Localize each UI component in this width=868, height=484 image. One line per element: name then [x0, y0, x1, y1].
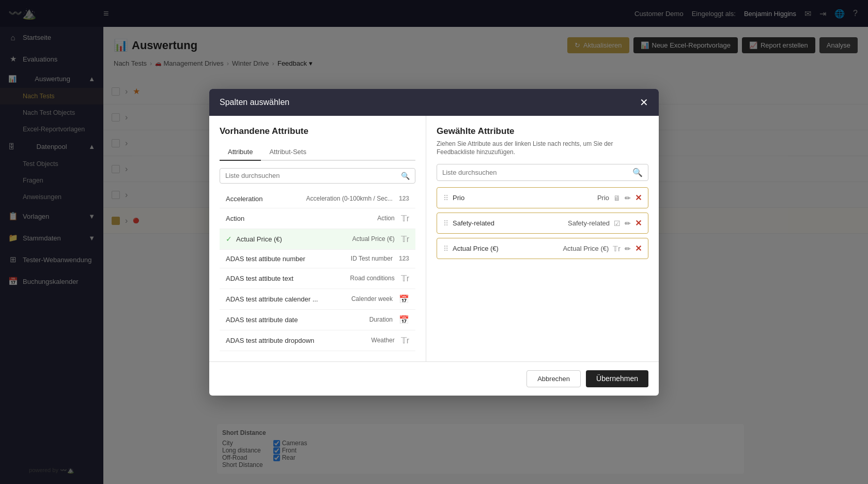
remove-button-safety[interactable]: ✕ — [635, 218, 642, 228]
attribute-list: Acceleration Acceleration (0-100kmh / Se… — [220, 190, 415, 351]
drag-handle-icon[interactable]: ⠿ — [443, 219, 448, 228]
modal-close-button[interactable]: ✕ — [640, 97, 648, 108]
left-search: 🔍 — [220, 168, 415, 184]
right-panel-hint: Ziehen Sie Attribute aus der linken List… — [437, 140, 648, 157]
tab-attribute-sets[interactable]: Attribut-Sets — [261, 144, 315, 161]
modal-spalten-auswahlen: Spalten auswählen ✕ Vorhandene Attribute… — [209, 89, 659, 396]
search-icon-left: 🔍 — [401, 172, 410, 180]
selected-item-safety: ⠿ Safety-related Safety-related ☑ ✏ ✕ — [437, 213, 648, 234]
search-icon-right: 🔍 — [632, 168, 643, 177]
list-item[interactable]: Acceleration Acceleration (0-100kmh / Se… — [220, 190, 415, 208]
drag-handle-icon[interactable]: ⠿ — [443, 245, 448, 253]
modal-header: Spalten auswählen ✕ — [209, 89, 659, 116]
list-item[interactable]: ADAS test attribute dropdown Weather 𝕋r — [220, 330, 415, 351]
list-item[interactable]: Action Action 𝕋r — [220, 208, 415, 229]
panel-tabs: Attribute Attribut-Sets — [220, 144, 415, 161]
left-search-input[interactable] — [225, 172, 398, 179]
selected-item-price: ⠿ Actual Price (€) Actual Price (€) 𝕋r ✏… — [437, 238, 648, 259]
list-item[interactable]: ADAS test attibute number ID Test number… — [220, 250, 415, 268]
list-item[interactable]: ADAS test attribute calender ... Calende… — [220, 289, 415, 310]
right-panel-modal: Gewählte Attribute Ziehen Sie Attribute … — [426, 116, 659, 361]
list-item[interactable]: ADAS test attibute text Road conditions … — [220, 268, 415, 289]
right-search: 🔍 — [437, 164, 648, 181]
checkbox-icon: ☑ — [614, 219, 621, 228]
modal-body: Vorhandene Attribute Attribute Attribut-… — [209, 116, 659, 361]
cancel-button[interactable]: Abbrechen — [526, 370, 581, 387]
left-panel: Vorhandene Attribute Attribute Attribut-… — [209, 116, 426, 361]
modal-footer: Abbrechen Übernehmen — [209, 361, 659, 396]
check-icon: ✓ — [226, 235, 232, 243]
modal-title: Spalten auswählen — [220, 98, 289, 107]
left-panel-title: Vorhandene Attribute — [220, 126, 415, 137]
right-panel-title: Gewählte Attribute — [437, 126, 648, 137]
remove-button-prio[interactable]: ✕ — [635, 193, 642, 203]
edit-icon-prio[interactable]: ✏ — [625, 194, 631, 202]
modal-overlay: Spalten auswählen ✕ Vorhandene Attribute… — [0, 0, 868, 484]
selected-attribute-list: ⠿ Prio Prio 🖥 ✏ ✕ ⠿ — [437, 187, 648, 351]
right-search-input[interactable] — [442, 169, 629, 176]
drag-handle-icon[interactable]: ⠿ — [443, 194, 448, 202]
edit-icon-price[interactable]: ✏ — [625, 245, 631, 253]
list-item[interactable]: ADAS test attribute date Duration 📅 — [220, 310, 415, 330]
text-icon: 𝕋r — [613, 245, 621, 253]
monitor-icon: 🖥 — [613, 194, 621, 202]
list-item[interactable]: ✓ Actual Price (€) Actual Price (€) 𝕋r — [220, 229, 415, 250]
remove-button-price[interactable]: ✕ — [635, 244, 642, 253]
selected-item-prio: ⠿ Prio Prio 🖥 ✏ ✕ — [437, 187, 648, 208]
confirm-button[interactable]: Übernehmen — [586, 370, 648, 387]
edit-icon-safety[interactable]: ✏ — [625, 219, 631, 228]
tab-attribute[interactable]: Attribute — [220, 144, 261, 161]
